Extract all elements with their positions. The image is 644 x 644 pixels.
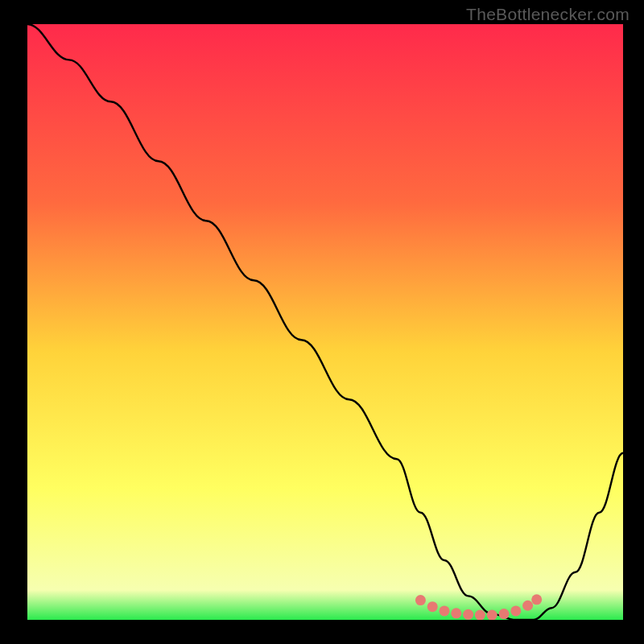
data-marker [510,605,521,616]
gradient-background [27,24,623,620]
chart-svg [27,24,623,620]
data-marker [522,601,533,611]
data-marker [531,594,542,605]
data-marker [487,610,497,620]
data-marker [475,610,485,620]
data-marker [427,601,438,612]
data-marker [415,595,426,605]
watermark-text: TheBottlenecker.com [466,5,630,24]
data-marker [440,605,450,616]
data-marker [499,609,510,619]
plot-area [27,24,623,620]
data-marker [451,608,461,618]
data-marker [463,609,473,620]
